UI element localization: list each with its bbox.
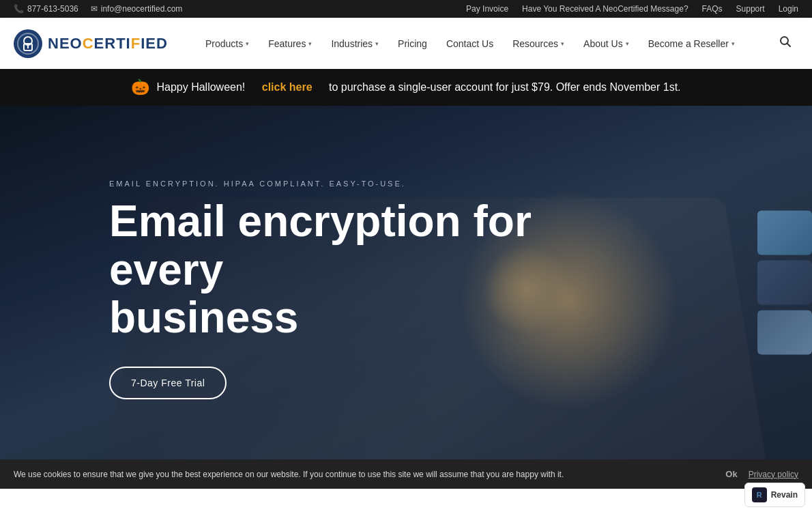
nav-item-resources: Resources ▾ <box>503 18 574 69</box>
nav-item-products: Products ▾ <box>196 18 259 69</box>
features-chevron: ▾ <box>308 40 312 47</box>
search-button[interactable] <box>772 35 798 51</box>
cookie-actions: Ok Privacy policy <box>721 468 798 481</box>
top-bar-right: Pay Invoice Have You Received A NeoCerti… <box>466 4 798 14</box>
hero-section: EMAIL ENCRYPTION. HIPAA COMPLIANT. EASY-… <box>0 106 812 459</box>
hero-subtitle: EMAIL ENCRYPTION. HIPAA COMPLIANT. EASY-… <box>109 180 587 188</box>
login-link[interactable]: Login <box>779 4 798 14</box>
hero-cta-button[interactable]: 7-Day Free Trial <box>109 367 227 399</box>
phone-number: 877-613-5036 <box>27 4 78 14</box>
contact-nav-link[interactable]: Contact Us <box>437 18 503 69</box>
revain-icon: R <box>752 487 767 489</box>
phone-link[interactable]: 📞 877-613-5036 <box>14 4 78 14</box>
svg-line-4 <box>787 44 790 47</box>
svg-point-0 <box>24 37 32 45</box>
pay-invoice-link[interactable]: Pay Invoice <box>466 4 508 14</box>
received-message-link[interactable]: Have You Received A NeoCertified Message… <box>522 4 688 14</box>
industries-nav-link[interactable]: Industries ▾ <box>321 18 388 69</box>
svg-rect-1 <box>24 44 32 51</box>
features-nav-link[interactable]: Features ▾ <box>259 18 321 69</box>
hero-title-line2: business <box>109 293 298 342</box>
email-icon: ✉ <box>91 4 98 14</box>
halloween-text-after: to purchase a single-user account for ju… <box>329 81 681 94</box>
thumbnail-2[interactable] <box>757 261 812 305</box>
resources-nav-link[interactable]: Resources ▾ <box>503 18 574 69</box>
cookie-ok-button[interactable]: Ok <box>721 468 741 481</box>
nav-item-contact: Contact Us <box>437 18 503 69</box>
halloween-icon: 🎃 <box>131 78 149 96</box>
reseller-label: Become a Reseller <box>648 38 729 49</box>
nav-items: Products ▾ Features ▾ Industries ▾ Prici… <box>196 18 744 69</box>
pricing-nav-link[interactable]: Pricing <box>388 18 437 69</box>
faqs-link[interactable]: FAQs <box>702 4 723 14</box>
features-label: Features <box>268 38 306 49</box>
products-nav-link[interactable]: Products ▾ <box>196 18 259 69</box>
industries-chevron: ▾ <box>375 40 379 47</box>
support-link[interactable]: Support <box>736 4 765 14</box>
about-nav-link[interactable]: About Us ▾ <box>574 18 639 69</box>
revain-badge[interactable]: R Revain <box>744 483 805 489</box>
halloween-click-here-link[interactable]: click here <box>262 81 313 94</box>
privacy-policy-link[interactable]: Privacy policy <box>749 470 798 479</box>
hero-title: Email encryption for every business <box>109 197 587 341</box>
industries-label: Industries <box>331 38 373 49</box>
halloween-banner: 🎃 Happy Halloween! click here to purchas… <box>0 69 812 106</box>
resources-label: Resources <box>512 38 558 49</box>
halloween-text-before: Happy Halloween! <box>156 81 245 94</box>
about-label: About Us <box>583 38 623 49</box>
hero-content: EMAIL ENCRYPTION. HIPAA COMPLIANT. EASY-… <box>0 166 587 399</box>
products-label: Products <box>205 38 243 49</box>
top-bar-left: 📞 877-613-5036 ✉ info@neocertified.com <box>14 4 182 14</box>
hero-title-line1: Email encryption for every <box>109 197 532 294</box>
cookie-message: We use cookies to ensure that we give yo… <box>14 470 708 479</box>
phone-icon: 📞 <box>14 4 24 14</box>
email-address: info@neocertified.com <box>101 4 183 14</box>
search-icon <box>779 35 792 48</box>
nav-item-pricing: Pricing <box>388 18 437 69</box>
nav-item-about: About Us ▾ <box>574 18 639 69</box>
nav-item-reseller: Become a Reseller ▾ <box>639 18 744 69</box>
thumbnail-1[interactable] <box>757 211 812 255</box>
thumbnail-3[interactable] <box>757 311 812 355</box>
email-link[interactable]: ✉ info@neocertified.com <box>91 4 183 14</box>
cookie-bar: We use cookies to ensure that we give yo… <box>0 459 812 489</box>
nav-item-features: Features ▾ <box>259 18 321 69</box>
about-chevron: ▾ <box>626 40 629 47</box>
nav-item-industries: Industries ▾ <box>321 18 388 69</box>
logo[interactable]: NeoCertified <box>14 29 168 58</box>
products-chevron: ▾ <box>246 40 249 47</box>
pricing-label: Pricing <box>398 38 427 49</box>
contact-label: Contact Us <box>446 38 493 49</box>
logo-icon <box>14 29 42 58</box>
reseller-chevron: ▾ <box>731 40 735 47</box>
reseller-nav-link[interactable]: Become a Reseller ▾ <box>639 18 744 69</box>
main-nav: NeoCertified Products ▾ Features ▾ Indus… <box>0 18 812 69</box>
top-bar: 📞 877-613-5036 ✉ info@neocertified.com P… <box>0 0 812 18</box>
resources-chevron: ▾ <box>561 40 564 47</box>
logo-text: NeoCertified <box>48 35 168 53</box>
side-thumbnails <box>757 211 812 355</box>
